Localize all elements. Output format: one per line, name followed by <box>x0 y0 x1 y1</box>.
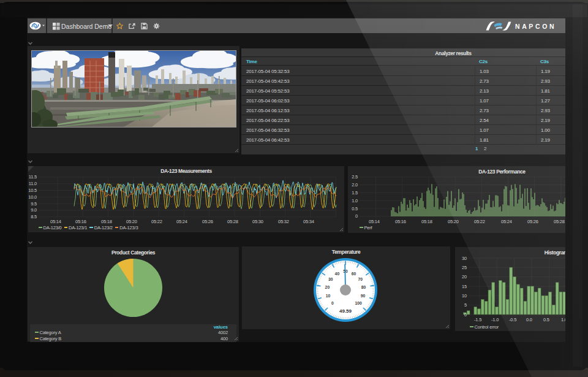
svg-text:10: 10 <box>326 294 331 298</box>
svg-text:70: 70 <box>358 277 363 281</box>
svg-text:20: 20 <box>325 285 330 289</box>
svg-text:40: 40 <box>335 272 340 276</box>
svg-text:0: 0 <box>331 301 334 305</box>
svg-text:100: 100 <box>355 301 363 305</box>
svg-text:30: 30 <box>328 277 333 281</box>
svg-text:60: 60 <box>352 272 356 276</box>
svg-text:80: 80 <box>361 285 366 289</box>
svg-text:49.59: 49.59 <box>339 308 352 314</box>
svg-text:90: 90 <box>361 294 366 298</box>
